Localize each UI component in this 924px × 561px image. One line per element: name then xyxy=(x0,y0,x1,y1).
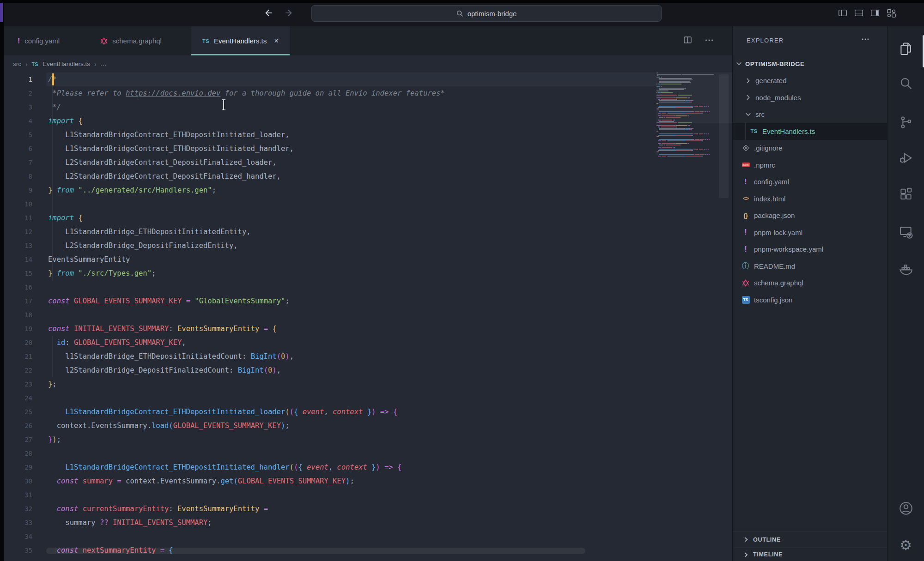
line-number[interactable]: 8 xyxy=(0,169,32,183)
line-number[interactable]: 3 xyxy=(0,100,32,114)
code-line[interactable]: 28 xyxy=(0,446,657,460)
code-line[interactable]: 29 L1StandardBridgeContract_ETHDepositIn… xyxy=(0,460,657,474)
toggle-sidebar-right-icon[interactable] xyxy=(869,7,881,19)
code-line[interactable]: 17const GLOBAL_EVENTS_SUMMARY_KEY = "Glo… xyxy=(0,294,657,308)
tree-item-pnpm-lock.yaml[interactable]: !pnpm-lock.yaml xyxy=(733,224,887,241)
line-number[interactable]: 4 xyxy=(0,114,32,128)
source-control-icon[interactable] xyxy=(897,113,915,132)
extensions-icon[interactable] xyxy=(897,185,915,204)
breadcrumb-file[interactable]: EventHandlers.ts xyxy=(43,60,90,67)
line-number[interactable]: 31 xyxy=(0,488,32,502)
code-line[interactable]: 16 xyxy=(0,280,657,294)
code-line[interactable]: 31 xyxy=(0,488,657,502)
tree-item-index.html[interactable]: <>index.html xyxy=(733,190,887,207)
line-number[interactable]: 29 xyxy=(0,460,32,474)
line-number[interactable]: 16 xyxy=(0,280,32,294)
code-line[interactable]: 23}; xyxy=(0,377,657,391)
line-number[interactable]: 21 xyxy=(0,350,32,363)
code-line[interactable]: 11import { xyxy=(0,211,657,225)
back-button[interactable] xyxy=(261,6,274,19)
files-icon[interactable] xyxy=(897,40,915,58)
line-number[interactable]: 24 xyxy=(0,391,32,405)
code-line[interactable]: 5 L1StandardBridgeContract_ETHDepositIni… xyxy=(0,128,657,142)
tree-item-node_modules[interactable]: node_modules xyxy=(733,89,887,106)
tab-config.yaml[interactable]: !config.yaml xyxy=(6,26,71,55)
line-number[interactable]: 28 xyxy=(0,446,32,460)
command-center-search[interactable]: optimism-bridge xyxy=(311,5,662,22)
breadcrumb-folder[interactable]: src xyxy=(13,60,21,67)
line-number[interactable]: 33 xyxy=(0,516,32,530)
close-icon[interactable]: × xyxy=(274,36,279,46)
line-number[interactable]: 11 xyxy=(0,211,32,225)
code-line[interactable]: 20 id: GLOBAL_EVENTS_SUMMARY_KEY, xyxy=(0,336,657,350)
tree-item-pnpm-workspace.yaml[interactable]: !pnpm-workspace.yaml xyxy=(733,241,887,258)
tree-item-.npmrc[interactable]: npm.npmrc xyxy=(733,157,887,174)
line-number[interactable]: 2 xyxy=(0,86,32,100)
tree-item-package.json[interactable]: {}package.json xyxy=(733,207,887,224)
tree-item-EventHandlers.ts[interactable]: TSEventHandlers.ts xyxy=(733,123,887,140)
line-number[interactable]: 14 xyxy=(0,253,32,266)
code-line[interactable]: 12 L1StandardBridge_ETHDepositInitiatedE… xyxy=(0,225,657,239)
code-line[interactable]: 7 L2StandardBridgeContract_DepositFinali… xyxy=(0,156,657,169)
line-number[interactable]: 35 xyxy=(0,543,32,557)
line-number[interactable]: 12 xyxy=(0,225,32,239)
line-number[interactable]: 10 xyxy=(0,197,32,211)
line-number[interactable]: 9 xyxy=(0,183,32,197)
code-line[interactable]: 19const INITIAL_EVENTS_SUMMARY: EventsSu… xyxy=(0,322,657,336)
code-line[interactable]: 9} from "../generated/src/Handlers.gen"; xyxy=(0,183,657,197)
breadcrumb-symbol[interactable]: … xyxy=(101,60,107,67)
line-number[interactable]: 13 xyxy=(0,239,32,253)
tab-schema.graphql[interactable]: schema.graphql xyxy=(89,26,173,55)
tree-item-.gitignore[interactable]: .gitignore xyxy=(733,140,887,157)
tree-item-schema.graphql[interactable]: schema.graphql xyxy=(733,275,887,292)
line-number[interactable]: 22 xyxy=(0,363,32,377)
line-number[interactable]: 17 xyxy=(0,294,32,308)
code-line[interactable]: 24 xyxy=(0,391,657,405)
line-number[interactable]: 36 xyxy=(0,557,32,561)
tree-item-tsconfig.json[interactable]: TStsconfig.json xyxy=(733,291,887,308)
explorer-more-icon[interactable] xyxy=(861,35,869,45)
code-line[interactable]: 3 */ xyxy=(0,100,657,114)
line-number[interactable]: 27 xyxy=(0,433,32,446)
tab-EventHandlers.ts[interactable]: TSEventHandlers.ts× xyxy=(191,26,290,55)
toggle-sidebar-left-icon[interactable] xyxy=(837,7,849,19)
line-number[interactable]: 20 xyxy=(0,336,32,350)
tree-root[interactable]: OPTIMISM-BRIDGE xyxy=(733,55,887,72)
code-line[interactable]: 8 L2StandardBridgeContract_DepositFinali… xyxy=(0,169,657,183)
tree-item-README.md[interactable]: ⓘREADME.md xyxy=(733,258,887,275)
code-line[interactable]: 22 l2StandardBridge_DepositFinalizedCoun… xyxy=(0,363,657,377)
customize-layout-icon[interactable] xyxy=(885,7,897,19)
outline-section[interactable]: OUTLINE xyxy=(733,531,887,548)
horizontal-scrollbar[interactable] xyxy=(46,548,585,554)
code-line[interactable]: 26 context.EventsSummary.load(GLOBAL_EVE… xyxy=(0,419,657,433)
line-number[interactable]: 5 xyxy=(0,128,32,142)
code-line[interactable]: 10 xyxy=(0,197,657,211)
line-number[interactable]: 23 xyxy=(0,377,32,391)
line-number[interactable]: 32 xyxy=(0,502,32,516)
code-line[interactable]: 1/* xyxy=(0,72,657,86)
tree-item-generated[interactable]: generated xyxy=(733,72,887,90)
tree-item-src[interactable]: src xyxy=(733,106,887,123)
code-line[interactable]: 36 ...currentSummaryEntity, xyxy=(0,557,657,561)
code-line[interactable]: 25 L1StandardBridgeContract_ETHDepositIn… xyxy=(0,405,657,419)
code-line[interactable]: 30 const summary = context.EventsSummary… xyxy=(0,474,657,488)
code-line[interactable]: 18 xyxy=(0,308,657,322)
code-line[interactable]: 14EventsSummaryEntity xyxy=(0,253,657,266)
code-line[interactable]: 2 *Please refer to https://docs.envio.de… xyxy=(0,86,657,100)
run-debug-icon[interactable] xyxy=(897,149,915,167)
vertical-scrollbar[interactable] xyxy=(719,74,729,198)
minimap[interactable] xyxy=(657,72,717,266)
remote-explorer-icon[interactable] xyxy=(897,223,915,241)
line-number[interactable]: 30 xyxy=(0,474,32,488)
code-line[interactable]: 34 xyxy=(0,530,657,543)
tree-item-config.yaml[interactable]: !config.yaml xyxy=(733,174,887,191)
code-line[interactable]: 32 const currentSummaryEntity: EventsSum… xyxy=(0,502,657,516)
code-line[interactable]: 33 summary ?? INITIAL_EVENTS_SUMMARY; xyxy=(0,516,657,530)
code-line[interactable]: 4import { xyxy=(0,114,657,128)
line-number[interactable]: 26 xyxy=(0,419,32,433)
code-line[interactable]: 13 L2StandardBridge_DepositFinalizedEnti… xyxy=(0,239,657,253)
settings-icon[interactable]: ⚙ xyxy=(897,536,915,554)
timeline-section[interactable]: TIMELINE xyxy=(733,548,887,561)
line-number[interactable]: 19 xyxy=(0,322,32,336)
line-number[interactable]: 18 xyxy=(0,308,32,322)
